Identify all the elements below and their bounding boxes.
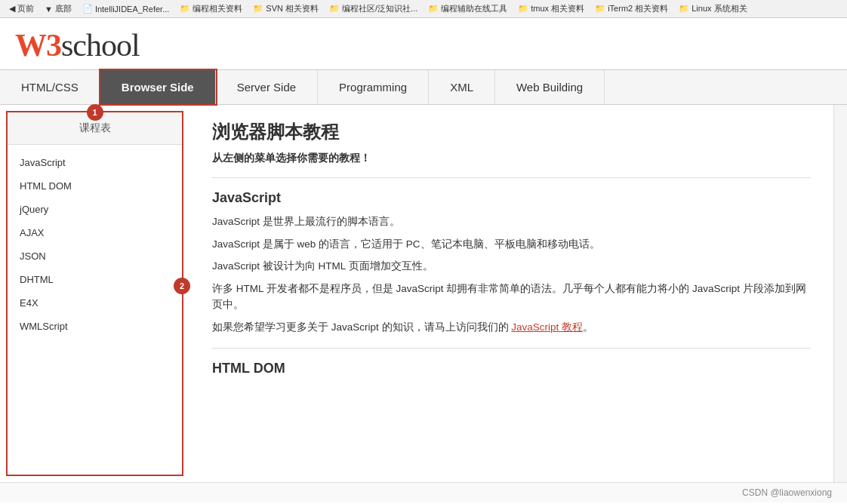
logo-area: W3school — [0, 18, 847, 69]
bookmark-tools[interactable]: 📁 编程辅助在线工具 — [425, 2, 510, 15]
bookmark-linux[interactable]: 📁 Linux 系统相关 — [676, 2, 750, 15]
bookmark-tmux[interactable]: 📁 tmux 相关资料 — [515, 2, 587, 15]
para-js-2: JavaScript 是属于 web 的语言，它适用于 PC、笔记本电脑、平板电… — [212, 236, 811, 253]
javascript-tutorial-link[interactable]: JavaScript 教程 — [511, 321, 583, 333]
bookmark-intellij[interactable]: 📄 IntelliJIDEA_Refer... — [79, 3, 172, 14]
bookmark-biancheng[interactable]: 📁 编程相关资料 — [177, 2, 245, 15]
tab-programming[interactable]: Programming — [318, 70, 429, 104]
sidebar-item-jquery[interactable]: jQuery — [8, 198, 182, 221]
content-area: 浏览器脚本教程 从左侧的菜单选择你需要的教程！ JavaScript JavaS… — [189, 105, 833, 482]
para-js-1: JavaScript 是世界上最流行的脚本语言。 — [212, 214, 811, 230]
badge-1: 1 — [87, 104, 103, 121]
para-js-link: 如果您希望学习更多关于 JavaScript 的知识，请马上访问我们的 Java… — [212, 319, 811, 336]
sidebar-item-ajax[interactable]: AJAX — [8, 221, 182, 244]
bookmark-svn[interactable]: 📁 SVN 相关资料 — [250, 2, 322, 15]
tab-browser-side[interactable]: Browser Side — [100, 70, 216, 104]
sidebar-item-e4x[interactable]: E4X — [8, 291, 182, 315]
csdn-bar: CSDN @liaowenxiong — [0, 482, 847, 502]
tab-xml[interactable]: XML — [429, 70, 495, 104]
content-subtitle: 从左侧的菜单选择你需要的教程！ — [212, 152, 811, 165]
divider-2 — [212, 348, 811, 349]
tab-web-building[interactable]: Web Building — [495, 70, 605, 104]
page-title: 浏览器脚本教程 — [212, 120, 811, 144]
sidebar-item-json[interactable]: JSON — [8, 244, 182, 268]
nav-tabs: HTML/CSS Browser Side Server Side Progra… — [0, 69, 847, 105]
bookmarks-bar: ◀ 页前 ▼ 底部 📄 IntelliJIDEA_Refer... 📁 编程相关… — [0, 0, 847, 18]
site-logo[interactable]: W3school — [15, 27, 832, 63]
right-sidebar — [833, 105, 847, 482]
section-title-javascript: JavaScript — [212, 190, 811, 206]
bookmark-qianq[interactable]: ◀ 页前 — [6, 2, 37, 15]
section-title-html-dom: HTML DOM — [212, 361, 811, 376]
sidebar-item-wmlscript[interactable]: WMLScript — [8, 315, 182, 338]
bookmark-iterm2[interactable]: 📁 iTerm2 相关资料 — [592, 2, 671, 15]
tab-server-side[interactable]: Server Side — [216, 70, 318, 104]
sidebar-item-javascript[interactable]: JavaScript — [8, 151, 182, 174]
main-layout: 课程表 1 2 JavaScript HTML DOM jQuery AJAX … — [0, 105, 847, 482]
para-js-4: 许多 HTML 开发者都不是程序员，但是 JavaScript 却拥有非常简单的… — [212, 281, 811, 313]
sidebar-item-html-dom[interactable]: HTML DOM — [8, 174, 182, 198]
logo-school: school — [61, 28, 140, 63]
badge-2: 2 — [174, 278, 190, 294]
csdn-text: CSDN @liaowenxiong — [742, 487, 832, 498]
para-js-3: JavaScript 被设计为向 HTML 页面增加交互性。 — [212, 258, 811, 275]
tab-html-css[interactable]: HTML/CSS — [0, 70, 100, 104]
sidebar-item-dhtml[interactable]: DHTML — [8, 268, 182, 291]
divider-1 — [212, 177, 811, 178]
logo-w3: W3 — [15, 28, 61, 63]
bookmark-dibu[interactable]: ▼ 底部 — [42, 2, 75, 15]
bookmark-community[interactable]: 📁 编程社区/泛知识社... — [326, 2, 420, 15]
sidebar: 课程表 1 2 JavaScript HTML DOM jQuery AJAX … — [6, 111, 183, 476]
